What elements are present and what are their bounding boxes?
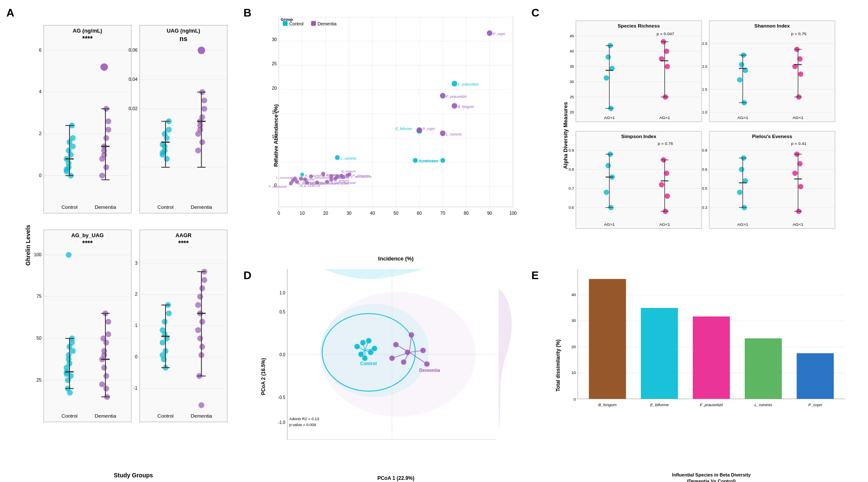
panel-c-svg: Species Richness p = 0.047 45 40 35 30 2… (550, 17, 868, 234)
svg-point-273 (487, 30, 492, 36)
svg-point-269 (452, 103, 457, 108)
svg-text:1.0: 1.0 (702, 110, 708, 114)
svg-rect-475 (797, 353, 834, 399)
svg-text:100: 100 (34, 252, 41, 257)
svg-text:F_prausnitzii: F_prausnitzii (458, 82, 479, 86)
svg-text:Simpson Index: Simpson Index (621, 133, 657, 139)
svg-point-368 (665, 194, 670, 199)
svg-text:10: 10 (571, 370, 576, 375)
svg-point-267 (440, 93, 445, 98)
svg-point-72 (202, 106, 207, 112)
svg-text:p = 0.75: p = 0.75 (791, 31, 807, 36)
svg-text:Control: Control (289, 22, 304, 26)
svg-text:P_copri: P_copri (423, 127, 435, 131)
svg-text:P_copri: P_copri (493, 32, 506, 36)
svg-rect-471 (693, 316, 730, 399)
svg-point-61 (164, 156, 170, 162)
svg-text:45: 45 (569, 34, 574, 38)
panel-d-label: D (243, 269, 252, 282)
svg-point-367 (659, 182, 664, 188)
svg-text:2.0: 2.0 (702, 64, 708, 69)
svg-point-152 (160, 340, 166, 346)
svg-text:Species Richness: Species Richness (618, 23, 660, 28)
svg-text:-0.5: -0.5 (278, 395, 286, 400)
svg-text:25: 25 (569, 95, 574, 99)
svg-point-359 (604, 190, 609, 195)
svg-text:p = 0.76: p = 0.76 (658, 141, 673, 146)
svg-rect-0 (44, 25, 131, 213)
svg-text:6: 6 (39, 47, 41, 53)
svg-text:AG (ng/mL): AG (ng/mL) (73, 28, 102, 34)
svg-point-19 (66, 148, 72, 154)
svg-text:25: 25 (272, 61, 277, 66)
svg-text:10: 10 (300, 211, 305, 216)
svg-point-169 (195, 327, 201, 333)
panel-d: D PCoA 2 (16.5%) PCoA 1 (22.9%) 1.0 0.5 … (241, 267, 529, 482)
svg-text:Dementia: Dementia (95, 413, 116, 419)
svg-rect-467 (589, 279, 626, 399)
svg-rect-314 (709, 21, 835, 122)
svg-text:0.3: 0.3 (702, 205, 708, 210)
svg-point-388 (739, 167, 744, 172)
svg-text:Dementia: Dementia (191, 413, 212, 419)
svg-point-151 (166, 310, 172, 316)
svg-text:E_biforme: E_biforme (323, 173, 337, 177)
svg-text:-1: -1 (133, 385, 138, 391)
svg-point-235 (305, 180, 309, 185)
panel-a-y-axis: Ghrelin Levels (25, 225, 31, 266)
svg-text:Adonis R2 = 0.13: Adonis R2 = 0.13 (289, 417, 319, 421)
svg-rect-376 (709, 131, 835, 229)
svg-text:R_gnavus: R_gnavus (334, 179, 349, 183)
panel-e-label: E (531, 269, 539, 282)
svg-point-253 (329, 178, 334, 182)
svg-point-120 (101, 365, 107, 371)
panel-e-x-axis: Influential Species in Beta Diversity (D… (555, 472, 868, 482)
svg-text:2: 2 (39, 131, 41, 136)
svg-point-306 (665, 64, 670, 69)
svg-point-233 (289, 181, 293, 186)
svg-point-442 (424, 361, 430, 367)
svg-text:35: 35 (569, 64, 574, 69)
svg-text:p = 0.047: p = 0.047 (657, 31, 674, 36)
svg-point-32 (103, 164, 109, 170)
svg-text:E_biforme: E_biforme (650, 402, 669, 407)
svg-point-168 (199, 319, 205, 325)
svg-point-217 (300, 172, 304, 177)
svg-point-337 (798, 72, 804, 77)
panel-a: A Ghrelin Levels Study Groups AG (ng/mL)… (4, 4, 241, 482)
panel-c: C Alpha Diversity Measures Species Richn… (529, 4, 868, 267)
svg-rect-277 (311, 21, 316, 26)
svg-point-429 (366, 338, 371, 343)
svg-text:2: 2 (135, 291, 138, 296)
svg-text:F_prausnitzii: F_prausnitzii (700, 402, 723, 407)
panel-a-x-axis: Study Groups (28, 472, 239, 479)
svg-text:0.8: 0.8 (702, 148, 708, 152)
svg-rect-44 (140, 25, 227, 213)
svg-text:30: 30 (571, 318, 576, 323)
svg-text:Shannon Index: Shannon Index (755, 23, 790, 28)
svg-point-35 (101, 152, 107, 158)
svg-text:L_ruminis: L_ruminis (340, 156, 357, 161)
svg-text:****: **** (82, 240, 93, 247)
svg-point-164 (199, 285, 205, 291)
svg-text:1.0: 1.0 (279, 291, 285, 295)
svg-point-37 (100, 63, 108, 71)
svg-text:30: 30 (569, 80, 574, 84)
svg-rect-473 (745, 338, 782, 399)
svg-text:AAGR: AAGR (175, 232, 191, 238)
panel-d-x-axis: PCoA 1 (22.9%) (269, 475, 523, 481)
svg-point-438 (393, 342, 399, 347)
panel-e-svg: 0 10 20 30 40 B_longum E_biforme F_praus… (555, 269, 868, 425)
svg-point-165 (195, 302, 201, 308)
svg-rect-275 (283, 21, 287, 26)
svg-text:30: 30 (347, 211, 352, 216)
svg-text:AG>1: AG>1 (604, 222, 615, 227)
svg-point-295 (605, 54, 611, 60)
svg-point-63 (162, 131, 168, 137)
svg-text:-1.0: -1.0 (278, 420, 286, 425)
svg-text:0.6: 0.6 (702, 167, 708, 172)
svg-text:C_aerofaciens: C_aerofaciens (415, 159, 439, 163)
svg-text:Control: Control (158, 204, 174, 210)
svg-point-326 (739, 62, 744, 67)
svg-text:AG<1: AG<1 (659, 222, 670, 227)
